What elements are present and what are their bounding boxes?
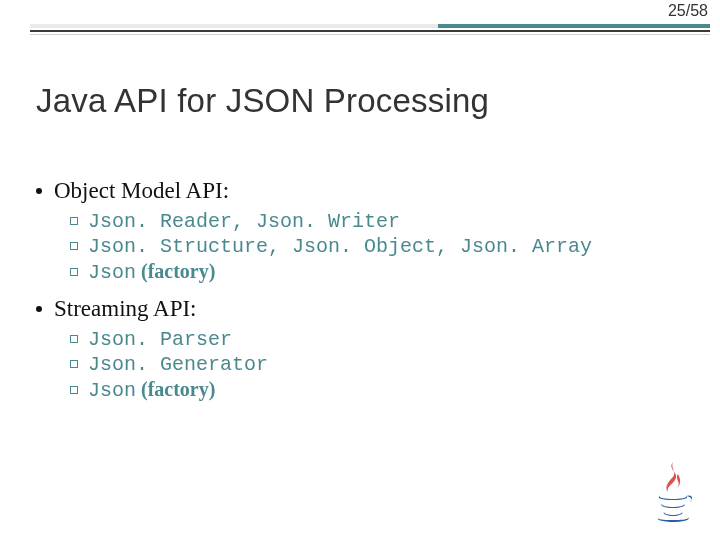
slide: 25/58 Java API for JSON Processing Objec… <box>0 0 720 540</box>
bullet-dot-icon <box>36 188 42 194</box>
list-item-prefix: Json <box>88 261 136 284</box>
list-item-prefix: Json <box>88 379 136 402</box>
bullet-square-icon <box>70 360 78 368</box>
bullet-square-icon <box>70 335 78 343</box>
list-item: Json (factory) <box>88 378 215 402</box>
header-bar: 25/58 <box>0 0 720 42</box>
bullet-level2: Json. Generator <box>70 353 680 376</box>
bullet-level1: Streaming API: <box>36 296 680 322</box>
list-item-suffix: (factory) <box>136 260 215 282</box>
bullet-square-icon <box>70 268 78 276</box>
bullet-square-icon <box>70 386 78 394</box>
page-number: 25/58 <box>668 2 708 20</box>
bullet-level2: Json. Parser <box>70 328 680 351</box>
list-item: Json (factory) <box>88 260 215 284</box>
bullet-dot-icon <box>36 306 42 312</box>
slide-body: Object Model API: Json. Reader, Json. Wr… <box>36 178 680 404</box>
bullet-square-icon <box>70 242 78 250</box>
list-item: Json. Generator <box>88 353 268 376</box>
list-item: Json. Parser <box>88 328 232 351</box>
list-item: Json. Reader, Json. Writer <box>88 210 400 233</box>
list-item: Json. Structure, Json. Object, Json. Arr… <box>88 235 592 258</box>
bullet-level2: Json (factory) <box>70 378 680 402</box>
header-rule-accent <box>30 24 710 28</box>
bullet-square-icon <box>70 217 78 225</box>
slide-title: Java API for JSON Processing <box>36 82 489 120</box>
bullet-level2: Json (factory) <box>70 260 680 284</box>
bullet-level2: Json. Reader, Json. Writer <box>70 210 680 233</box>
section-heading: Streaming API: <box>54 296 196 322</box>
header-rule-under <box>30 34 710 35</box>
bullet-level1: Object Model API: <box>36 178 680 204</box>
section-heading: Object Model API: <box>54 178 229 204</box>
list-item-suffix: (factory) <box>136 378 215 400</box>
bullet-level2: Json. Structure, Json. Object, Json. Arr… <box>70 235 680 258</box>
header-rule-dark <box>30 30 710 32</box>
java-logo-icon <box>650 460 696 522</box>
